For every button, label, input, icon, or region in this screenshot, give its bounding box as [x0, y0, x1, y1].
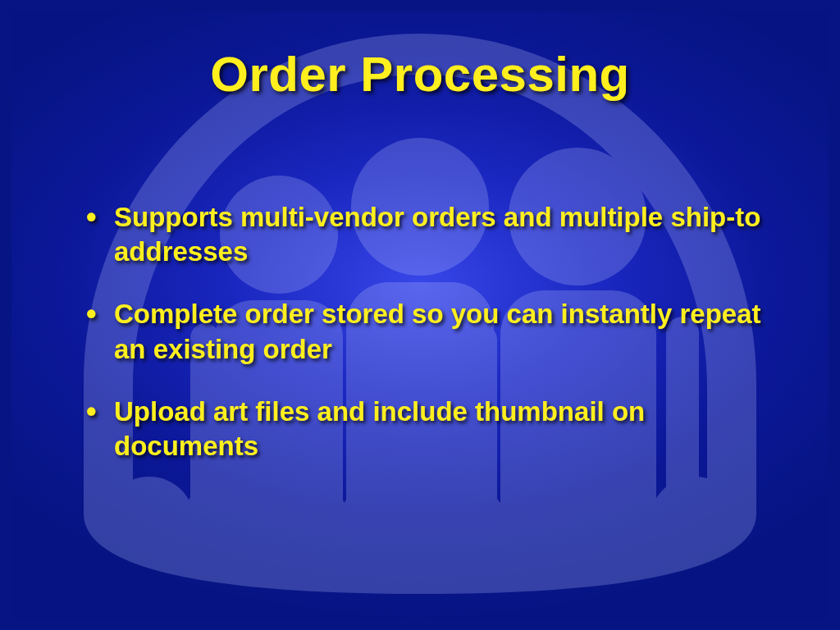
svg-point-21	[320, 550, 422, 619]
bullet-item: Supports multi-vendor orders and multipl…	[81, 200, 779, 269]
bullet-item: Complete order stored so you can instant…	[81, 297, 779, 366]
svg-point-24	[615, 545, 717, 619]
svg-point-23	[517, 548, 619, 619]
svg-point-20	[221, 548, 323, 619]
svg-point-15	[494, 480, 584, 570]
bullet-item: Upload art files and include thumbnail o…	[81, 395, 779, 463]
svg-point-12	[260, 480, 350, 570]
slide-title: Order Processing	[11, 46, 829, 103]
svg-point-14	[416, 481, 506, 571]
slide: Order Processing Supports multi-vendor o…	[11, 11, 829, 619]
svg-point-13	[338, 481, 428, 571]
bullet-list: Supports multi-vendor orders and multipl…	[81, 200, 779, 491]
svg-rect-18	[100, 522, 740, 619]
svg-point-22	[418, 550, 520, 619]
svg-point-19	[123, 545, 225, 619]
